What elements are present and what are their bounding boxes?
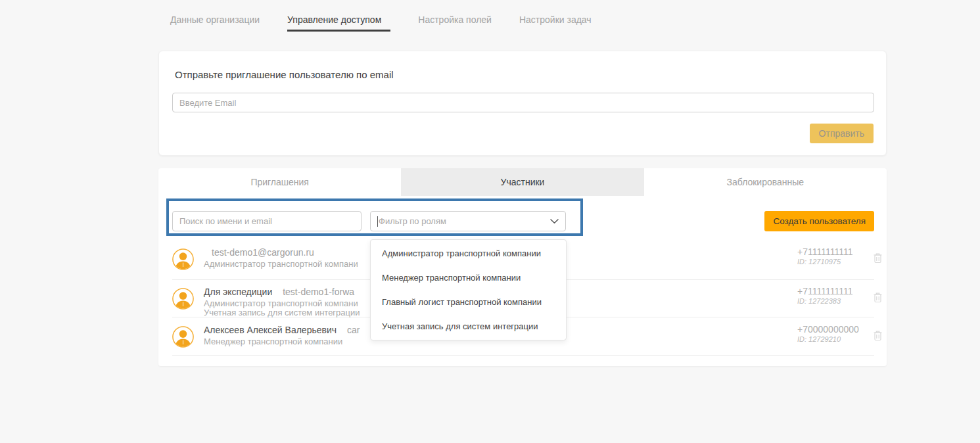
invite-title: Отправьте приглашение пользователю по em… — [175, 69, 394, 80]
user-email: test-demo1@cargorun.ru — [212, 247, 314, 258]
search-input[interactable] — [172, 211, 362, 231]
user-id: ID: 12710975 — [797, 258, 852, 266]
invite-card: Отправьте приглашение пользователю по em… — [158, 51, 887, 156]
user-avatar-icon — [172, 248, 194, 273]
chevron-down-icon — [550, 219, 559, 224]
user-name: Для экспедиции — [204, 287, 272, 297]
user-phone: +71111111111 — [797, 247, 852, 257]
access-management-page: Данные организации Управление доступом Н… — [0, 0, 980, 443]
send-button[interactable]: Отправить — [810, 124, 874, 143]
user-phone: +71111111111 — [797, 287, 852, 296]
tab-access-management[interactable]: Управление доступом — [287, 13, 390, 26]
user-name-line: test-demo1@cargorun.ru — [204, 246, 358, 258]
user-contact: +71111111111 ID: 12710975 — [797, 247, 852, 266]
tab-invitations[interactable]: Приглашения — [158, 168, 401, 196]
user-contact: +70000000000 ID: 12729210 — [797, 325, 859, 343]
user-role: Администратор транспортной компани — [204, 299, 360, 308]
user-info: test-demo1@cargorun.ru Администратор тра… — [204, 243, 358, 269]
text-cursor-caret — [377, 216, 378, 227]
create-user-button[interactable]: Создать пользователя — [764, 211, 874, 231]
role-option[interactable]: Менеджер транспортной компании — [371, 266, 566, 290]
user-name-line: Алексеев Алексей Валерьевич car — [204, 324, 360, 336]
user-avatar-icon — [172, 288, 194, 312]
tab-field-settings[interactable]: Настройка полей — [418, 13, 492, 26]
top-tabs: Данные организации Управление доступом Н… — [170, 13, 592, 26]
row-divider — [172, 355, 874, 356]
user-info: Для экспедиции test-demo1-forwa Админист… — [204, 283, 360, 317]
role-option[interactable]: Учетная запись для систем интеграции — [371, 314, 566, 338]
tab-task-settings[interactable]: Настройки задач — [519, 13, 592, 26]
user-name-line: Для экспедиции test-demo1-forwa — [204, 286, 360, 298]
user-info: Алексеев Алексей Валерьевич car Менеджер… — [204, 321, 360, 346]
user-email: test-demo1-forwa — [283, 287, 354, 297]
role-filter-select[interactable]: Фильтр по ролям — [370, 211, 566, 231]
user-role: Учетная запись для систем интеграции — [204, 308, 360, 317]
user-id: ID: 12722383 — [797, 297, 852, 305]
user-role: Администратор транспортной компани — [204, 260, 358, 269]
role-filter-placeholder: Фильтр по ролям — [379, 216, 446, 226]
role-filter-dropdown: Администратор транспортной компании Мене… — [370, 239, 567, 340]
role-option[interactable]: Администратор транспортной компании — [371, 241, 566, 266]
email-input[interactable] — [172, 93, 874, 112]
user-avatar-icon — [172, 326, 194, 350]
tab-members[interactable]: Участники — [401, 168, 643, 196]
user-contact: +71111111111 ID: 12722383 — [797, 287, 852, 305]
delete-user-icon[interactable] — [873, 252, 883, 266]
delete-user-icon[interactable] — [873, 292, 883, 306]
role-option[interactable]: Главный логист транспортной компании — [371, 290, 566, 314]
members-tabs: Приглашения Участники Заблокированные — [158, 168, 887, 196]
user-id: ID: 12729210 — [797, 335, 859, 343]
tab-blocked[interactable]: Заблокированные — [644, 168, 887, 196]
delete-user-icon[interactable] — [873, 330, 883, 344]
user-phone: +70000000000 — [797, 325, 859, 335]
user-role: Менеджер транспортной компании — [204, 337, 360, 346]
tab-org-data[interactable]: Данные организации — [170, 13, 260, 26]
user-name: Алексеев Алексей Валерьевич — [204, 325, 337, 335]
user-email: car — [347, 325, 360, 335]
